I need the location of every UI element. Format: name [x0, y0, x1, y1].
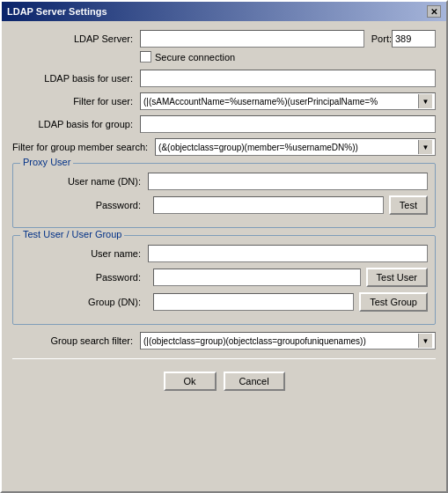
group-search-value: (|(objectclass=group)(objectclass=groupo… [143, 336, 418, 346]
secure-checkbox-wrap: Secure connection [140, 51, 235, 63]
filter-group-combo[interactable]: (&(objectclass=group)(member=%usernameDN… [155, 138, 436, 156]
proxy-user-section-label: Proxy User [20, 157, 73, 167]
secure-label: Secure connection [155, 52, 235, 63]
proxy-user-section: Proxy User User name (DN): Password: Tes… [12, 163, 436, 228]
ldap-basis-group-label: LDAP basis for group: [12, 119, 140, 129]
proxy-password-input[interactable] [153, 196, 384, 214]
test-group-row: Group (DN): Test Group [20, 292, 428, 312]
test-group-input[interactable] [153, 293, 354, 311]
proxy-test-button[interactable]: Test [389, 195, 428, 215]
filter-user-label: Filter for user: [12, 96, 140, 107]
test-password-label: Password: [20, 272, 148, 283]
test-password-input[interactable] [153, 269, 361, 286]
bottom-bar: Ok Cancel [12, 363, 436, 401]
proxy-username-row: User name (DN): [20, 173, 428, 190]
proxy-password-label: Password: [20, 200, 148, 210]
separator [12, 358, 436, 359]
proxy-password-row: Password: Test [20, 195, 428, 215]
close-button[interactable]: ✕ [427, 5, 441, 18]
secure-row: Secure connection [12, 51, 436, 63]
filter-user-combo[interactable]: (|(sAMAccountName=%username%)(userPrinci… [140, 92, 436, 110]
test-group-button[interactable]: Test Group [359, 292, 428, 312]
ldap-basis-group-row: LDAP basis for group: [12, 115, 436, 133]
proxy-username-label: User name (DN): [20, 176, 148, 187]
test-group-label: Group (DN): [20, 297, 148, 307]
filter-user-row: Filter for user: (|(sAMAccountName=%user… [12, 92, 436, 110]
ldap-server-input[interactable] [140, 30, 364, 48]
group-search-combo[interactable]: (|(objectclass=group)(objectclass=groupo… [140, 332, 436, 350]
port-label: Port: [364, 33, 392, 44]
proxy-username-input[interactable] [148, 173, 428, 190]
filter-user-dropdown-btn[interactable]: ▼ [418, 94, 432, 108]
ldap-basis-user-label: LDAP basis for user: [12, 73, 140, 84]
test-username-label: User name: [20, 248, 148, 259]
filter-group-label: Filter for group member search: [12, 142, 155, 152]
title-bar: LDAP Server Settings ✕ [2, 2, 446, 21]
ok-button[interactable]: Ok [164, 372, 217, 391]
proxy-user-content: User name (DN): Password: Test [20, 173, 428, 215]
filter-user-value: (|(sAMAccountName=%username%)(userPrinci… [143, 97, 418, 107]
group-search-label: Group search filter: [12, 335, 140, 346]
content-area: LDAP Server: Port: Secure connection LDA… [2, 21, 446, 410]
bottom-buttons: Ok Cancel [164, 372, 285, 391]
test-username-row: User name: [20, 245, 428, 262]
test-password-row: Password: Test User [20, 268, 428, 287]
test-user-section: Test User / User Group User name: Passwo… [12, 235, 436, 325]
test-user-section-label: Test User / User Group [20, 229, 124, 239]
test-user-content: User name: Password: Test User Group (DN… [20, 245, 428, 312]
ldap-basis-user-row: LDAP basis for user: [12, 70, 436, 87]
group-search-dropdown-btn[interactable]: ▼ [418, 334, 432, 348]
cancel-button[interactable]: Cancel [224, 372, 285, 391]
test-user-button[interactable]: Test User [366, 268, 428, 287]
port-input[interactable] [392, 30, 436, 48]
filter-group-dropdown-btn[interactable]: ▼ [418, 140, 432, 154]
ldap-basis-group-input[interactable] [140, 115, 436, 133]
secure-checkbox[interactable] [140, 51, 151, 63]
group-search-row: Group search filter: (|(objectclass=grou… [12, 332, 436, 350]
ldap-server-label: LDAP Server: [12, 33, 140, 44]
title-bar-left: LDAP Server Settings [7, 6, 107, 17]
window: LDAP Server Settings ✕ LDAP Server: Port… [0, 0, 448, 493]
test-username-input[interactable] [148, 245, 428, 262]
ldap-basis-user-input[interactable] [140, 70, 436, 87]
window-title: LDAP Server Settings [7, 6, 107, 17]
filter-group-value: (&(objectclass=group)(member=%usernameDN… [158, 143, 418, 152]
filter-group-row: Filter for group member search: (&(objec… [12, 138, 436, 156]
ldap-server-row: LDAP Server: Port: [12, 30, 436, 48]
